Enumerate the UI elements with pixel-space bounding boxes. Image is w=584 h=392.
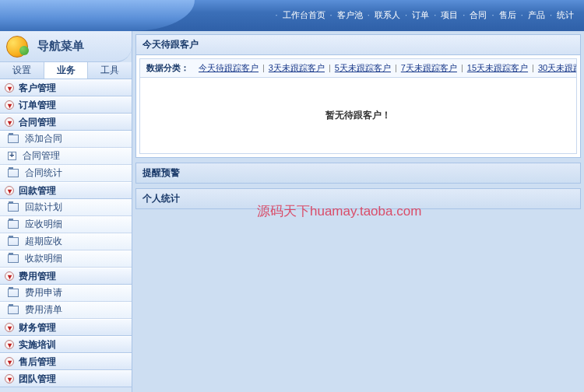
sidebar-tab[interactable]: 工具 — [88, 62, 132, 79]
menu-item[interactable]: 回款计划 — [0, 199, 132, 216]
sidebar-tab[interactable]: 业务 — [44, 62, 89, 79]
top-nav: · 工作台首页 · 客户池 · 联系人 · 订单 · 项目 · 合同 · 售后 … — [275, 9, 576, 21]
menu-item-label: 收款明细 — [25, 252, 62, 265]
expand-icon: ▾ — [5, 100, 14, 110]
menu-group-label: 回款管理 — [19, 184, 56, 198]
empty-message: 暂无待跟客户！ — [139, 78, 577, 154]
sidebar-menu: ▾客户管理▾订单管理▾合同管理添加合同合同管理合同统计▾回款管理回款计划应收明细… — [0, 79, 132, 392]
filter-bar: 数据分类：今天待跟踪客户|3天未跟踪客户|5天未跟踪客户|7天未跟踪客户|15天… — [139, 58, 577, 78]
filter-label: 数据分类： — [146, 63, 189, 72]
topnav-link[interactable]: 合同 — [467, 10, 489, 19]
menu-group[interactable]: ▾团队管理 — [0, 370, 132, 387]
menu-item[interactable]: 费用申请 — [0, 285, 132, 302]
folder-icon — [8, 203, 19, 212]
expand-icon: ▾ — [5, 374, 14, 383]
menu-item[interactable]: 应收明细 — [0, 216, 132, 233]
menu-item-label: 回款计划 — [25, 201, 62, 214]
follow-panel-title: 今天待跟客户 — [135, 34, 581, 54]
top-header: · 工作台首页 · 客户池 · 联系人 · 订单 · 项目 · 合同 · 售后 … — [0, 0, 584, 31]
expand-icon: ▾ — [5, 186, 14, 195]
sidebar-tab[interactable]: 设置 — [0, 62, 44, 79]
topnav-link[interactable]: 项目 — [438, 10, 460, 19]
menu-group[interactable]: ▾售后管理 — [0, 353, 132, 370]
folder-icon — [8, 254, 19, 263]
menu-item-label: 超期应收 — [25, 235, 62, 248]
filter-link[interactable]: 今天待跟踪客户 — [199, 63, 259, 72]
menu-item[interactable]: 合同统计 — [0, 165, 132, 182]
folder-icon — [8, 289, 19, 297]
menu-group[interactable]: ▾财务管理 — [0, 319, 132, 336]
topnav-link[interactable]: 客户池 — [335, 10, 365, 19]
expand-icon: ▾ — [5, 271, 14, 281]
menu-item[interactable]: 收款明细 — [0, 250, 132, 268]
menu-group-label: 售后管理 — [19, 355, 56, 369]
topnav-link[interactable]: 售后 — [497, 10, 519, 19]
menu-item-label: 合同统计 — [25, 166, 62, 180]
stats-section-title: 个人统计 — [135, 188, 581, 209]
topnav-link[interactable]: 产品 — [526, 10, 547, 19]
folder-icon — [8, 220, 19, 229]
menu-item-label: 合同管理 — [23, 149, 60, 163]
menu-group-label: 订单管理 — [19, 99, 56, 112]
topnav-link[interactable]: 订单 — [410, 10, 431, 19]
sidebar-title: 导航菜单 — [37, 39, 84, 54]
menu-group[interactable]: ▾回款管理 — [0, 182, 132, 199]
folder-icon — [8, 237, 19, 246]
sidebar: 导航菜单 设置业务工具 ▾客户管理▾订单管理▾合同管理添加合同合同管理合同统计▾… — [0, 31, 132, 392]
menu-item-label: 费用申请 — [25, 286, 62, 299]
menu-item-label: 应收明细 — [25, 218, 62, 231]
filter-link[interactable]: 15天未跟踪客户 — [467, 63, 528, 72]
menu-item[interactable]: 添加合同 — [0, 131, 132, 148]
expand-icon: ▾ — [5, 117, 14, 127]
sidebar-tabs: 设置业务工具 — [0, 62, 132, 79]
follow-panel-body: 数据分类：今天待跟踪客户|3天未跟踪客户|5天未跟踪客户|7天未跟踪客户|15天… — [135, 54, 581, 158]
expand-icon: ▾ — [5, 357, 14, 366]
header-curve — [0, 0, 195, 31]
main-content: 今天待跟客户 数据分类：今天待跟踪客户|3天未跟踪客户|5天未跟踪客户|7天未跟… — [132, 31, 584, 392]
menu-group[interactable]: ▾客户管理 — [0, 79, 132, 96]
filter-link[interactable]: 30天未跟踪客户 — [538, 63, 577, 72]
logo-area: 导航菜单 — [0, 31, 132, 62]
folder-icon — [8, 169, 19, 177]
menu-group[interactable]: ▾订单管理 — [0, 96, 132, 114]
filter-link[interactable]: 5天未跟踪客户 — [335, 63, 391, 72]
folder-icon — [8, 306, 19, 314]
menu-group[interactable]: ▾实施培训 — [0, 336, 132, 353]
menu-group-label: 实施培训 — [19, 338, 56, 352]
topnav-link[interactable]: 工作台首页 — [280, 10, 328, 19]
filter-link[interactable]: 7天未跟踪客户 — [401, 63, 457, 72]
menu-item[interactable]: 超期应收 — [0, 233, 132, 250]
plus-icon — [8, 152, 16, 160]
topnav-link[interactable]: 统计 — [554, 10, 576, 19]
expand-icon: ▾ — [5, 340, 14, 349]
menu-group[interactable]: ▾费用管理 — [0, 268, 132, 285]
menu-item-label: 费用清单 — [25, 303, 62, 317]
menu-group-label: 团队管理 — [19, 373, 56, 386]
menu-group-label: 客户管理 — [19, 82, 56, 95]
filter-link[interactable]: 3天未跟踪客户 — [269, 63, 325, 72]
menu-item-label: 添加合同 — [25, 132, 62, 145]
menu-item[interactable]: 合同管理 — [0, 148, 132, 165]
menu-item[interactable]: 费用清单 — [0, 302, 132, 319]
logo-icon — [6, 36, 28, 58]
topnav-link[interactable]: 联系人 — [372, 10, 403, 19]
folder-icon — [8, 135, 19, 143]
menu-group[interactable]: ▾合同管理 — [0, 114, 132, 131]
expand-icon: ▾ — [5, 323, 14, 332]
expand-icon: ▾ — [5, 83, 14, 93]
alert-section-title: 提醒预警 — [135, 163, 581, 184]
menu-group-label: 财务管理 — [19, 321, 56, 334]
menu-group-label: 合同管理 — [19, 116, 56, 129]
menu-group-label: 费用管理 — [19, 270, 56, 283]
